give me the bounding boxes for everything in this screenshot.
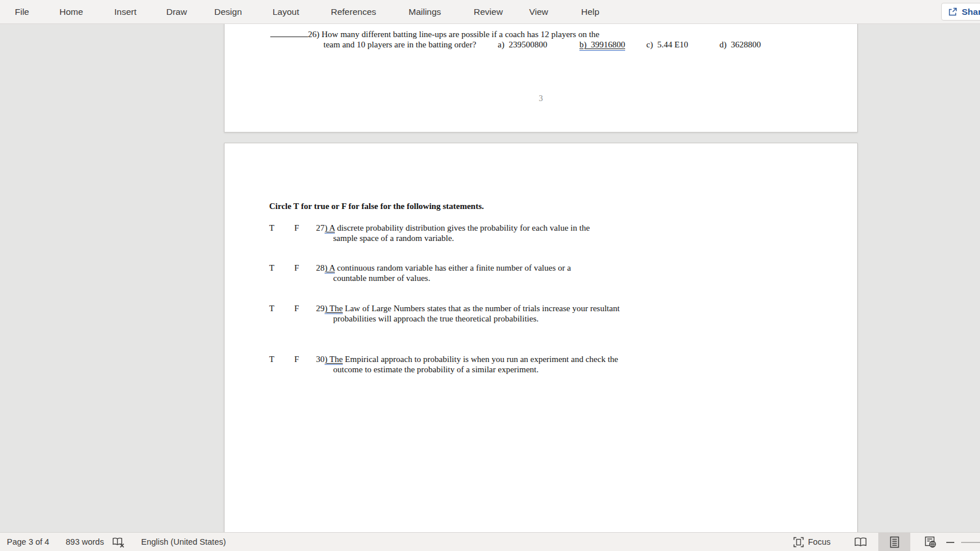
question-line1: continuous random variable has either a …: [335, 263, 571, 272]
question-26-text: 26) How many different batting line-ups …: [308, 30, 599, 39]
web-layout-button[interactable]: [919, 533, 942, 551]
menu-tab-file[interactable]: File: [15, 0, 29, 23]
question-number: 30: [316, 355, 325, 364]
menu-tab-design[interactable]: Design: [214, 0, 242, 23]
marked-segment: ) The: [325, 355, 343, 365]
tf-question-row: T F 30) The Empirical approach to probab…: [269, 354, 618, 375]
menu-tab-review[interactable]: Review: [474, 0, 503, 23]
print-layout-button[interactable]: [878, 533, 910, 551]
ribbon-tab-bar: File Home Insert Draw Design Layout Refe…: [0, 0, 980, 24]
false-option: F: [294, 354, 316, 375]
page-indicator[interactable]: Page 3 of 4: [7, 533, 49, 551]
false-option: F: [294, 223, 316, 243]
question-number: 28: [316, 263, 325, 272]
menu-tab-insert[interactable]: Insert: [114, 0, 137, 23]
true-false-heading: Circle T for true or F for false for the…: [269, 201, 484, 211]
true-option: T: [269, 263, 294, 283]
read-mode-icon: [854, 537, 867, 547]
question-text-block: 30) The Empirical approach to probabilit…: [316, 354, 618, 375]
zoom-out-button[interactable]: [943, 533, 957, 551]
question-number: 29: [316, 304, 325, 313]
question-line2: sample space of a random variable.: [333, 233, 590, 243]
tf-question-row: T F 27) A discrete probability distribut…: [269, 223, 590, 243]
marked-segment: ) A: [325, 223, 335, 234]
web-layout-icon: [925, 536, 937, 548]
zoom-slider[interactable]: [961, 542, 980, 543]
focus-label: Focus: [808, 533, 831, 551]
true-option: T: [269, 303, 294, 324]
focus-icon: [793, 537, 804, 548]
status-bar: Page 3 of 4 893 words English (United St…: [0, 532, 980, 551]
page-number-footer: 3: [225, 94, 857, 104]
proofing-errors-button[interactable]: [112, 533, 125, 551]
print-layout-icon: [890, 536, 899, 548]
document-page-3[interactable]: 26) How many different batting line-ups …: [224, 23, 858, 132]
question-26-line2: team and 10 players are in the batting o…: [323, 39, 769, 50]
menu-tab-draw[interactable]: Draw: [166, 0, 187, 23]
true-option: T: [269, 223, 294, 243]
menu-tab-home[interactable]: Home: [59, 0, 83, 23]
share-icon: [948, 7, 958, 17]
marked-segment: ) The: [325, 304, 343, 314]
share-button-label: Share: [962, 7, 980, 17]
menu-tab-help[interactable]: Help: [581, 0, 599, 23]
q26-option-b-marked: b) 39916800: [579, 39, 625, 51]
tf-question-row: T F 29) The Law of Large Numbers states …: [269, 303, 619, 324]
question-line1: Law of Large Numbers states that as the …: [343, 304, 620, 313]
marked-segment: ) A: [325, 263, 335, 274]
answer-blank: [270, 30, 308, 37]
menu-tab-view[interactable]: View: [529, 0, 548, 23]
read-mode-button[interactable]: [849, 533, 872, 551]
question-number: 27: [316, 223, 325, 232]
true-option: T: [269, 354, 294, 375]
question-26-line1: 26) How many different batting line-ups …: [270, 29, 599, 39]
question-text-block: 28) A continuous random variable has eit…: [316, 263, 571, 283]
false-option: F: [294, 263, 316, 283]
proofing-book-x-icon: [112, 537, 125, 548]
document-canvas: 26) How many different batting line-ups …: [0, 24, 980, 532]
q26-option-c: c) 5.44 E10: [646, 39, 688, 50]
question-line1: discrete probability distribution gives …: [335, 223, 590, 232]
tf-question-row: T F 28) A continuous random variable has…: [269, 263, 571, 283]
language-selector[interactable]: English (United States): [141, 533, 226, 551]
question-text-block: 29) The Law of Large Numbers states that…: [316, 303, 619, 324]
question-line2: probabilities will approach the true the…: [333, 313, 619, 324]
menu-tab-mailings[interactable]: Mailings: [409, 0, 441, 23]
question-line1: Empirical approach to probability is whe…: [343, 355, 618, 364]
question-text-block: 27) A discrete probability distribution …: [316, 223, 590, 243]
document-page-4[interactable]: Circle T for true or F for false for the…: [224, 143, 858, 533]
false-option: F: [294, 303, 316, 324]
menu-tab-references[interactable]: References: [331, 0, 376, 23]
minus-icon: [946, 541, 954, 544]
question-line2: outcome to estimate the probability of a…: [333, 364, 618, 375]
focus-mode-toggle[interactable]: Focus: [793, 533, 831, 551]
q26-option-d: d) 3628800: [719, 39, 761, 50]
question-line2: countable number of values.: [333, 273, 571, 283]
menu-tab-layout[interactable]: Layout: [273, 0, 299, 23]
q26-option-a: a) 239500800: [498, 39, 547, 50]
word-count[interactable]: 893 words: [66, 533, 104, 551]
share-button[interactable]: Share: [941, 3, 980, 21]
question-26-text-cont: team and 10 players are in the batting o…: [323, 39, 476, 50]
